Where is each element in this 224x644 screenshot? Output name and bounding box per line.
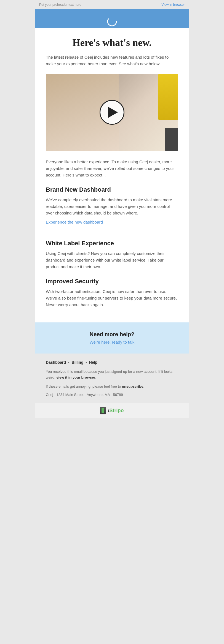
- footer-sep-1: -: [68, 360, 71, 365]
- footer-view-browser-link[interactable]: view it in your browser: [56, 375, 95, 379]
- footer-address: Ceej - 1234 Main Street - Anywhere, MA -…: [46, 393, 178, 397]
- footer-disclaimer: You received this email because you just…: [46, 369, 178, 381]
- page-title: Here's what's new.: [46, 37, 178, 48]
- top-bar: Put your preheader text here View in bro…: [35, 0, 189, 9]
- section-security-text: With two-factor authentication, Ceej is …: [46, 288, 178, 308]
- section-security-title: Improved Security: [46, 278, 178, 285]
- email-wrapper: Put your preheader text here View in bro…: [35, 0, 189, 418]
- stripo-logo-text: /Stripo: [108, 408, 124, 414]
- footer-unsubscribe-link[interactable]: unsubscribe: [122, 384, 143, 388]
- intro-paragraph: The latest release of Ceej includes new …: [46, 54, 178, 67]
- svg-point-0: [108, 17, 116, 26]
- section-white-label-text: Using Ceej with clients? Now you can com…: [46, 250, 178, 270]
- help-section: Need more help? We're here, ready to tal…: [35, 322, 189, 354]
- main-content-card: Here's what's new. The latest release of…: [35, 28, 189, 322]
- watch-overlay: [158, 74, 178, 120]
- footer-annoy-text: If these emails get annoying, please fee…: [46, 384, 121, 388]
- section-white-label-title: White Label Experience: [46, 240, 178, 247]
- body-intro-text: Everyone likes a better experience. To m…: [46, 159, 178, 178]
- email-header: [35, 9, 189, 28]
- footer-unsubscribe-text: If these emails get annoying, please fee…: [46, 384, 178, 390]
- play-triangle-icon: [108, 107, 118, 118]
- section-dashboard-title: Brand New Dashboard: [46, 186, 178, 193]
- section-dashboard-text: We've completely overhauled the dashboar…: [46, 197, 178, 216]
- stripo-branding: /Stripo: [35, 403, 189, 418]
- stripo-icon: [100, 407, 106, 414]
- phone-overlay: [165, 128, 178, 151]
- footer-dashboard-link[interactable]: Dashboard: [46, 360, 66, 365]
- section-security: Improved Security With two-factor authen…: [46, 278, 178, 308]
- dashboard-link[interactable]: Experience the new dashboard: [46, 220, 103, 224]
- play-button[interactable]: [100, 100, 124, 125]
- section-white-label: White Label Experience Using Ceej with c…: [46, 240, 178, 270]
- section-dashboard: Brand New Dashboard We've completely ove…: [46, 186, 178, 232]
- video-thumbnail[interactable]: [46, 74, 178, 151]
- help-title: Need more help?: [46, 331, 178, 338]
- footer-nav: Dashboard - Billing - Help: [46, 360, 178, 365]
- preheader-text: Put your preheader text here: [39, 3, 81, 7]
- footer: Dashboard - Billing - Help You received …: [35, 354, 189, 403]
- footer-help-link[interactable]: Help: [89, 360, 97, 365]
- logo-container: [106, 16, 118, 27]
- stripo-icon-inner: [102, 408, 104, 413]
- footer-billing-link[interactable]: Billing: [72, 360, 84, 365]
- help-link[interactable]: We're here, ready to talk: [90, 340, 135, 344]
- footer-sep-2: -: [86, 360, 88, 365]
- spinner-icon: [106, 16, 118, 27]
- view-in-browser-link[interactable]: View in browser: [162, 3, 185, 7]
